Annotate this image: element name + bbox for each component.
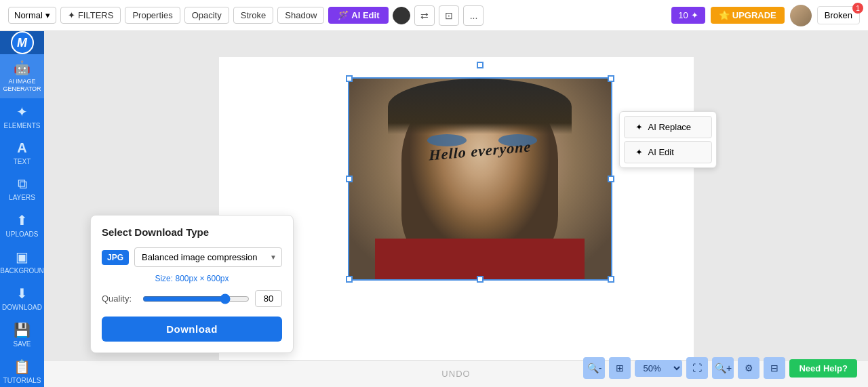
- wand-icon: 🪄: [338, 10, 349, 20]
- plus-icon: ✦: [691, 10, 698, 20]
- format-row: JPG Balanced image compression High qual…: [102, 247, 282, 267]
- download-popup-title: Select Download Type: [102, 226, 282, 238]
- grid-button[interactable]: ⊞: [609, 357, 631, 379]
- need-help-button[interactable]: Need Help?: [789, 359, 857, 378]
- sidebar-item-tutorials[interactable]: 📋 TUTORIALS: [0, 353, 44, 387]
- top-toolbar: Normal ▾ ✦ FILTERS Properties Opacity St…: [0, 0, 868, 31]
- elements-icon: ✦: [16, 104, 28, 120]
- normal-label: Normal: [14, 10, 43, 20]
- handle-top-left[interactable]: [346, 75, 353, 82]
- tutorials-icon: 📋: [14, 359, 31, 375]
- zoom-out-button[interactable]: 🔍-: [583, 357, 605, 379]
- handle-middle-right[interactable]: [608, 176, 614, 182]
- zoom-select[interactable]: 50% 25% 75% 100%: [635, 360, 682, 377]
- format-select-wrapper: Balanced image compression High quality …: [134, 247, 282, 267]
- dropdown-arrow: ▾: [45, 10, 50, 20]
- left-sidebar: M 🤖 AI IMAGEGENERATOR ✦ ELEMENTS A TEXT …: [0, 31, 44, 387]
- uploads-icon: ⬆: [16, 212, 28, 228]
- ai-replace-icon: ✦: [635, 122, 643, 132]
- ai-context-popup: ✦ AI Replace ✦ AI Edit: [619, 111, 717, 168]
- quality-row: Quality:: [102, 290, 282, 307]
- handle-bottom-left[interactable]: [346, 276, 353, 283]
- user-avatar[interactable]: [790, 5, 812, 26]
- sidebar-item-ai-generator[interactable]: 🤖 AI IMAGEGENERATOR: [0, 54, 44, 98]
- credits-button[interactable]: 10 ✦: [671, 7, 705, 24]
- sidebar-logo[interactable]: M: [0, 31, 44, 54]
- ai-generator-icon: 🤖: [14, 60, 31, 76]
- sidebar-item-download[interactable]: ⬇ DOWNLOAD: [0, 280, 44, 317]
- quality-slider[interactable]: [142, 293, 250, 304]
- ai-edit-popup-icon: ✦: [635, 147, 643, 157]
- bottom-bar: 🔍- ⊞ 50% 25% 75% 100% ⛶ 🔍+ ⚙ ⊟ Need Help…: [583, 357, 857, 379]
- logo-circle: M: [11, 31, 34, 54]
- sidebar-item-layers[interactable]: ⧉ LAYERS: [0, 171, 44, 207]
- settings-button[interactable]: ⚙: [738, 357, 760, 379]
- ai-replace-button[interactable]: ✦ AI Replace: [624, 116, 712, 138]
- swap-button[interactable]: ⇄: [414, 5, 435, 26]
- ai-edit-popup-button[interactable]: ✦ AI Edit: [624, 141, 712, 163]
- fit-button[interactable]: ⛶: [686, 357, 708, 379]
- size-text: Size: 800px × 600px: [102, 274, 282, 283]
- download-icon: ⬇: [16, 285, 28, 302]
- broken-button[interactable]: Broken 1: [817, 6, 860, 24]
- quality-label: Quality:: [102, 293, 137, 304]
- ai-generator-label: AI IMAGEGENERATOR: [3, 78, 41, 93]
- notification-badge: 1: [852, 3, 863, 14]
- quality-value-input[interactable]: [255, 290, 282, 307]
- handle-top-right[interactable]: [608, 75, 614, 82]
- circle-color-button[interactable]: [393, 7, 410, 24]
- canvas-panel[interactable]: Hello everyone ✦ AI Repl: [44, 31, 868, 387]
- undo-label: UNDO: [441, 369, 470, 379]
- layers-icon: ⧉: [18, 176, 27, 192]
- properties-button[interactable]: Properties: [125, 7, 180, 24]
- save-icon: 💾: [14, 322, 31, 338]
- crop-button[interactable]: ⊡: [439, 5, 459, 26]
- format-select[interactable]: Balanced image compression High quality …: [134, 247, 282, 267]
- canvas-image: Hello everyone: [349, 79, 611, 279]
- main-area: M 🤖 AI IMAGEGENERATOR ✦ ELEMENTS A TEXT …: [0, 31, 868, 387]
- stroke-button[interactable]: Stroke: [233, 7, 274, 24]
- star-icon: ⭐: [719, 10, 730, 20]
- download-button[interactable]: Download: [102, 317, 282, 342]
- sidebar-item-uploads[interactable]: ⬆ UPLOADS: [0, 207, 44, 243]
- canvas-image-container[interactable]: Hello everyone: [348, 77, 612, 281]
- ai-edit-button[interactable]: 🪄 AI Edit: [328, 7, 389, 24]
- handle-bottom-right[interactable]: [608, 276, 614, 283]
- grid2-button[interactable]: ⊟: [764, 357, 785, 379]
- sidebar-item-text[interactable]: A TEXT: [0, 135, 44, 171]
- text-icon: A: [17, 140, 26, 156]
- more-button[interactable]: ...: [463, 5, 484, 26]
- upgrade-button[interactable]: ⭐ UPGRADE: [711, 7, 785, 24]
- top-resize-handle[interactable]: [477, 62, 484, 68]
- sidebar-item-background[interactable]: ▣ BACKGROUN: [0, 243, 44, 280]
- background-icon: ▣: [16, 249, 28, 265]
- toolbar-right: 10 ✦ ⭐ UPGRADE Broken 1: [671, 5, 860, 26]
- handle-bottom-middle[interactable]: [477, 276, 484, 283]
- opacity-button[interactable]: Opacity: [184, 7, 229, 24]
- filters-button[interactable]: ✦ FILTERS: [60, 7, 121, 24]
- handle-middle-left[interactable]: [346, 176, 353, 182]
- jpg-badge: JPG: [102, 250, 129, 265]
- sidebar-item-save[interactable]: 💾 SAVE: [0, 317, 44, 353]
- sidebar-item-elements[interactable]: ✦ ELEMENTS: [0, 98, 44, 135]
- zoom-in-button[interactable]: 🔍+: [712, 357, 734, 379]
- normal-dropdown[interactable]: Normal ▾: [8, 7, 56, 24]
- sparkle-icon: ✦: [68, 10, 75, 20]
- shadow-button[interactable]: Shadow: [277, 7, 324, 24]
- download-popup: Select Download Type JPG Balanced image …: [90, 215, 294, 353]
